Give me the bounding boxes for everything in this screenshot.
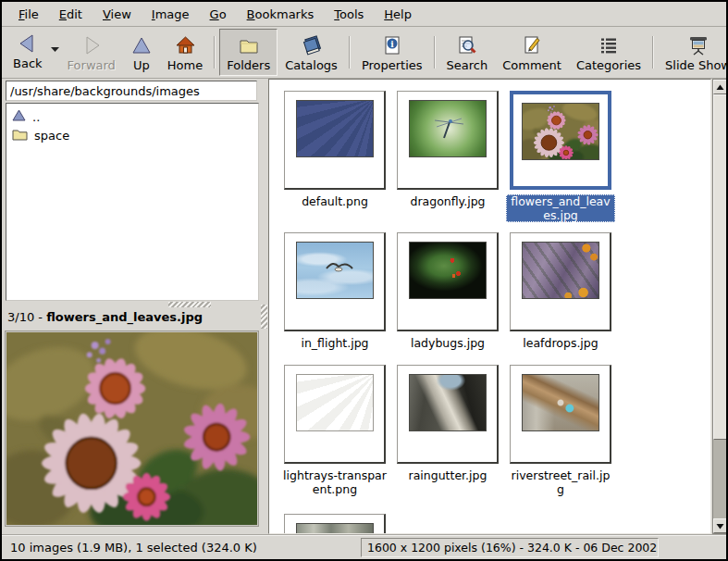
slideshow-button[interactable]: Slide Show: [658, 29, 728, 76]
catalogs-button[interactable]: Catalogs: [278, 29, 345, 76]
comment-pencil-icon: [521, 33, 543, 57]
thumbnail-image: [522, 103, 599, 160]
file-thumbnail[interactable]: ladybugs.jpg: [397, 232, 499, 350]
menu-bar: File Edit View Image Go Bookmarks Tools …: [2, 2, 726, 27]
scroll-up-button[interactable]: [713, 80, 727, 94]
file-thumbnail[interactable]: lightrays-transparent.png: [280, 365, 389, 496]
menu-tools[interactable]: Tools: [325, 4, 373, 25]
menu-help[interactable]: Help: [375, 4, 421, 25]
menu-image[interactable]: Image: [142, 4, 199, 25]
folders-button[interactable]: Folders: [219, 29, 278, 76]
forward-button: Forward: [60, 29, 123, 76]
file-thumbnail[interactable]: [284, 514, 386, 534]
thumbnail-image: [522, 374, 599, 431]
up-triangle-icon: [12, 109, 26, 124]
menu-view[interactable]: View: [93, 4, 141, 25]
file-thumbnail[interactable]: dragonfly.jpg: [397, 91, 499, 208]
toolbar-separator: [214, 36, 216, 69]
file-thumbnail[interactable]: default.png: [284, 91, 386, 208]
thumbnail-view: default.png dragonfly.jpg: [268, 79, 711, 534]
comment-button[interactable]: Comment: [495, 29, 569, 76]
folder-icon: [238, 33, 260, 57]
thumbnail-image: [296, 242, 374, 299]
info-document-icon: i: [381, 33, 403, 57]
file-thumbnail-selected[interactable]: flowers_and_leaves.jpg: [506, 91, 615, 222]
home-icon: [174, 33, 196, 57]
toolbar-separator: [434, 36, 436, 69]
search-button[interactable]: Search: [439, 29, 496, 76]
properties-button[interactable]: i Properties: [354, 29, 430, 76]
list-icon: [598, 33, 620, 57]
svg-text:i: i: [390, 40, 394, 49]
thumbnail-image: [409, 374, 487, 431]
image-preview: [5, 330, 259, 527]
sidebar-pane: .. space 3/10 - flowers_and_leaves.jpg: [2, 79, 268, 534]
collection-status-text: 10 images (1.9 MB), 1 selected (324.0 K): [2, 541, 257, 555]
book-icon: [301, 33, 323, 57]
thumbnail-image: [522, 242, 599, 299]
toolbar-separator: [349, 36, 351, 69]
up-button[interactable]: Up: [123, 29, 160, 76]
menu-file[interactable]: File: [9, 4, 48, 25]
thumbnail-image: [296, 100, 374, 157]
menu-go[interactable]: Go: [201, 4, 236, 25]
image-info-text: 1600 x 1200 pixels (16%) - 324.0 K - 06 …: [361, 538, 659, 557]
main-content: .. space 3/10 - flowers_and_leaves.jpg: [2, 79, 726, 534]
file-thumbnail[interactable]: leafdrops.jpg: [510, 232, 611, 350]
folder-item-space[interactable]: space: [8, 126, 256, 145]
scrollbar-track[interactable]: [713, 94, 727, 518]
thumbnail-pane: default.png dragonfly.jpg: [268, 79, 726, 534]
location-path-input[interactable]: [6, 81, 257, 101]
scrollbar-thumb[interactable]: [713, 94, 727, 440]
folder-tree: .. space: [6, 103, 259, 301]
folder-item-parent[interactable]: ..: [8, 107, 256, 126]
pane-resize-grip-vertical[interactable]: [261, 305, 267, 329]
folder-icon: [12, 128, 28, 143]
status-bar: 10 images (1.9 MB), 1 selected (324.0 K)…: [2, 535, 726, 559]
thumbnail-image: [409, 100, 487, 157]
home-button[interactable]: Home: [160, 29, 210, 76]
thumbnail-image: [296, 523, 374, 534]
projection-screen-icon: [687, 33, 709, 57]
back-history-dropdown[interactable]: [50, 42, 60, 56]
file-thumbnail[interactable]: in_flight.jpg: [284, 232, 386, 350]
thumbnail-image: [296, 374, 374, 431]
menu-bookmarks[interactable]: Bookmarks: [238, 4, 324, 25]
forward-arrow-icon: [80, 33, 103, 57]
toolbar-separator: [652, 36, 654, 69]
menu-edit[interactable]: Edit: [50, 4, 92, 25]
search-icon: [456, 33, 478, 57]
selection-status-text: 3/10 - flowers_and_leaves.jpg: [7, 310, 263, 327]
file-thumbnail[interactable]: raingutter.jpg: [397, 365, 499, 482]
vertical-scrollbar[interactable]: [712, 79, 728, 534]
toolbar: Back Forward Up: [2, 27, 726, 79]
scroll-down-button[interactable]: [713, 518, 727, 533]
thumbnail-image: [409, 242, 487, 299]
back-arrow-icon: [17, 31, 39, 56]
up-arrow-icon: [130, 33, 153, 57]
categories-button[interactable]: Categories: [569, 29, 648, 76]
file-thumbnail[interactable]: riverstreet_rail.jpg: [506, 365, 615, 496]
pane-resize-grip-horizontal[interactable]: [168, 302, 211, 307]
gthumb-window: File Edit View Image Go Bookmarks Tools …: [0, 0, 728, 561]
back-button[interactable]: Back: [6, 29, 50, 74]
